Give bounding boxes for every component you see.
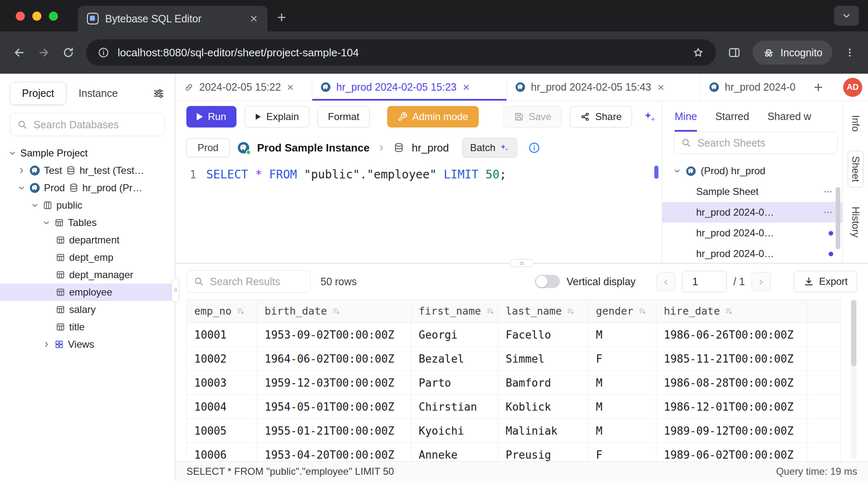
table-cell[interactable]: 1964-06-02T00:00:00Z <box>257 347 411 371</box>
sheet-item-selected[interactable]: hr_prod 2024-0… <box>662 202 842 223</box>
ai-assistant-icon[interactable] <box>643 110 657 124</box>
zoom-window-button[interactable] <box>49 12 58 21</box>
database-name[interactable]: hr_prod <box>412 142 449 154</box>
tab-starred[interactable]: Starred <box>715 101 749 132</box>
browser-tab[interactable]: Bytebase SQL Editor <box>78 6 268 31</box>
user-avatar[interactable]: AD <box>843 78 862 97</box>
sheet-item[interactable]: Sample Sheet <box>662 181 842 202</box>
tree-item-table-employee[interactable]: employee <box>0 284 175 301</box>
info-icon[interactable] <box>528 142 540 154</box>
reload-button[interactable] <box>62 46 75 59</box>
next-page-button[interactable]: › <box>752 272 771 291</box>
sort-icon[interactable] <box>567 307 576 316</box>
tab-instance[interactable]: Instance <box>79 87 118 99</box>
table-cell[interactable]: 1986-12-01T00:00:00Z <box>656 395 807 419</box>
sheet-tab-2-active[interactable]: hr_prod 2024-02-05 15:23 <box>312 74 507 101</box>
table-cell[interactable]: Parto <box>411 371 498 395</box>
run-button[interactable]: Run <box>186 106 236 127</box>
page-input[interactable] <box>682 271 727 292</box>
table-cell[interactable]: 1959-12-03T00:00:00Z <box>257 371 411 395</box>
sheet-tab-1[interactable]: 2024-02-05 15:22 <box>176 74 312 101</box>
results-splitter-handle[interactable] <box>510 259 534 267</box>
editor-scrollbar-thumb[interactable] <box>654 166 658 179</box>
tree-item-prod-database[interactable]: Prod hr_prod (Pr… <box>0 179 175 197</box>
sidebar-resize-handle[interactable] <box>171 278 179 302</box>
admin-mode-button[interactable]: Admin mode <box>387 106 479 127</box>
column-header-emp-no[interactable]: emp_no <box>187 300 257 323</box>
more-icon[interactable] <box>822 207 833 218</box>
tree-item-table-salary[interactable]: salary <box>0 301 175 318</box>
table-cell[interactable]: F <box>588 443 656 462</box>
minimize-window-button[interactable] <box>32 12 41 21</box>
sort-icon[interactable] <box>725 307 734 316</box>
url-bar[interactable]: localhost:8080/sql-editor/sheet/project-… <box>86 39 716 66</box>
chevron-down-icon[interactable] <box>17 184 26 192</box>
table-cell[interactable]: Kyoichi <box>411 419 498 443</box>
table-cell[interactable]: M <box>588 419 656 443</box>
table-cell[interactable]: Facello <box>498 323 588 347</box>
table-cell[interactable]: 1989-06-02T00:00:00Z <box>656 443 807 462</box>
table-cell[interactable]: Simmel <box>498 347 588 371</box>
sheet-panel-scrollbar[interactable] <box>836 187 840 249</box>
sheet-tab-3[interactable]: hr_prod 2024-02-05 15:43 <box>507 74 701 101</box>
chevron-right-icon[interactable] <box>42 340 51 349</box>
tab-search-chevron-button[interactable] <box>834 6 859 26</box>
sort-icon[interactable] <box>332 307 341 316</box>
sql-editor[interactable]: 1 SELECT * FROM "public"."employee" LIMI… <box>176 163 662 263</box>
forward-button[interactable] <box>37 46 51 59</box>
site-info-icon[interactable] <box>98 47 109 58</box>
vertical-display-toggle[interactable] <box>535 275 560 288</box>
sheet-item[interactable]: hr_prod 2024-0… <box>662 243 842 263</box>
table-cell[interactable]: Georgi <box>411 323 498 347</box>
column-header-first-name[interactable]: first_name <box>411 300 498 323</box>
tab-shared[interactable]: Shared w <box>767 101 811 132</box>
tab-mine[interactable]: Mine <box>675 101 697 132</box>
sheet-tab-4[interactable]: hr_prod 2024-0 <box>701 74 805 101</box>
tree-item-test-database[interactable]: Test hr_test (Test… <box>0 162 175 179</box>
tab-project[interactable]: Project <box>10 82 66 105</box>
table-cell[interactable]: M <box>588 395 656 419</box>
database-search-input[interactable] <box>34 119 158 131</box>
export-button[interactable]: Export <box>794 271 857 292</box>
batch-button[interactable]: Batch <box>462 138 517 158</box>
side-panel-icon[interactable] <box>728 46 741 59</box>
column-header-birth-date[interactable]: birth_date <box>257 300 411 323</box>
tree-item-sample-project[interactable]: Sample Project <box>0 144 175 162</box>
column-header-gender[interactable]: gender <box>588 300 656 323</box>
sheet-item[interactable]: hr_prod 2024-0… <box>662 223 842 243</box>
table-cell[interactable]: 1989-09-12T00:00:00Z <box>656 419 807 443</box>
tree-item-table-title[interactable]: title <box>0 318 175 336</box>
tree-item-tables-group[interactable]: Tables <box>0 214 175 231</box>
save-button[interactable]: Save <box>504 106 562 127</box>
tab-info[interactable]: Info <box>848 110 863 137</box>
table-cell[interactable]: 1953-04-20T00:00:00Z <box>257 443 411 462</box>
bookmark-star-icon[interactable] <box>692 46 704 59</box>
table-cell[interactable]: 10006 <box>187 443 257 462</box>
back-button[interactable] <box>12 46 26 59</box>
prev-page-button[interactable]: ‹ <box>656 272 675 291</box>
new-tab-button[interactable] <box>272 7 292 27</box>
table-cell[interactable]: F <box>588 347 656 371</box>
tab-sheet[interactable]: Sheet <box>848 151 863 188</box>
close-icon[interactable] <box>462 83 470 91</box>
table-cell[interactable]: 1954-05-01T00:00:00Z <box>257 395 411 419</box>
tab-history[interactable]: History <box>848 202 863 243</box>
tree-item-views-group[interactable]: Views <box>0 336 175 353</box>
chevron-right-icon[interactable] <box>17 166 26 175</box>
table-cell[interactable]: Preusig <box>498 443 588 462</box>
table-cell[interactable]: 1953-09-02T00:00:00Z <box>257 323 411 347</box>
tree-item-table-department[interactable]: department <box>0 231 175 249</box>
results-scrollbar-thumb[interactable] <box>851 300 856 366</box>
table-cell[interactable]: M <box>588 323 656 347</box>
chevron-down-icon[interactable] <box>31 201 39 209</box>
chevron-down-icon[interactable] <box>673 167 681 175</box>
instance-name[interactable]: Prod Sample Instance <box>257 142 370 154</box>
table-cell[interactable]: 1955-01-21T00:00:00Z <box>257 419 411 443</box>
results-search-input[interactable] <box>210 276 304 288</box>
share-button[interactable]: Share <box>570 106 632 127</box>
sheet-group-prod-hr-prod[interactable]: (Prod) hr_prod <box>662 161 842 181</box>
table-cell[interactable]: 10001 <box>187 323 257 347</box>
table-cell[interactable]: Koblick <box>498 395 588 419</box>
sheet-search-input[interactable] <box>697 137 831 149</box>
close-window-button[interactable] <box>16 12 25 21</box>
